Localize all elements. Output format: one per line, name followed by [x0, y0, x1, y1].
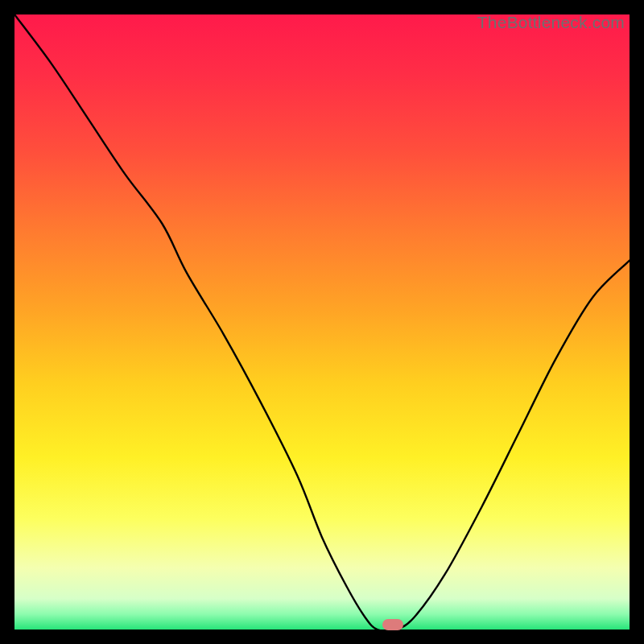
bottleneck-curve	[14, 14, 630, 630]
chart-frame: TheBottleneck.com	[14, 14, 630, 630]
watermark-text: TheBottleneck.com	[477, 13, 625, 32]
optimal-point-marker	[382, 619, 403, 630]
